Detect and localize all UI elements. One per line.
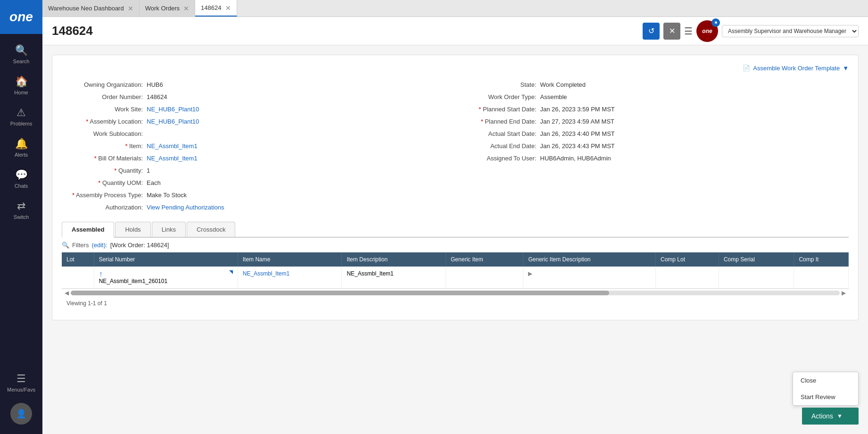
tab-warehouse-label: Warehouse Neo Dashboard bbox=[48, 5, 124, 12]
value-process-type: Make To Stock bbox=[147, 192, 187, 199]
alerts-icon: 🔔 bbox=[15, 138, 28, 150]
value-item[interactable]: NE_Assmbl_Item1 bbox=[147, 142, 198, 150]
tab-148624-close[interactable]: ✕ bbox=[225, 5, 231, 11]
up-arrow-icon: ↑ bbox=[99, 270, 233, 278]
sidebar-label-alerts: Alerts bbox=[15, 152, 28, 158]
tab-148624[interactable]: 148624 ✕ bbox=[195, 0, 237, 17]
tab-workorders-close[interactable]: ✕ bbox=[183, 5, 189, 12]
menu-item-close[interactable]: Close bbox=[793, 372, 858, 389]
label-owning-org: Owning Organization: bbox=[62, 81, 147, 88]
value-state: Work Completed bbox=[540, 81, 586, 88]
value-quantity-uom: Each bbox=[147, 179, 161, 186]
cell-generic-item bbox=[446, 267, 523, 289]
form-row-order-number: Order Number: 148624 bbox=[62, 92, 455, 104]
value-planned-start: Jan 26, 2023 3:59 PM MST bbox=[540, 106, 615, 113]
scrollbar-thumb[interactable] bbox=[71, 291, 609, 295]
sidebar-item-alerts[interactable]: 🔔 Alerts bbox=[0, 132, 42, 163]
col-comp-lot: Comp Lot bbox=[656, 252, 719, 267]
col-lot: Lot bbox=[62, 252, 94, 267]
pagination-info: Viewing 1-1 of 1 bbox=[62, 300, 107, 307]
value-quantity: 1 bbox=[147, 167, 150, 174]
actions-button-label: Actions bbox=[811, 412, 833, 420]
tab-crossdock-label: Crossdock bbox=[197, 226, 225, 233]
label-quantity-uom: Quantity UOM: bbox=[62, 179, 147, 186]
tab-148624-label: 148624 bbox=[201, 4, 221, 11]
form-row-owning-org: Owning Organization: HUB6 bbox=[62, 79, 455, 92]
close-button[interactable]: ✕ bbox=[663, 23, 680, 40]
tab-warehouse-close[interactable]: ✕ bbox=[128, 5, 133, 12]
form-row-item: Item: NE_Assmbl_Item1 bbox=[62, 141, 455, 153]
col-item-description: Item Description bbox=[342, 252, 446, 267]
value-work-order-type: Assemble bbox=[540, 93, 567, 100]
value-authorization[interactable]: View Pending Authorizations bbox=[147, 204, 224, 211]
item-description-value: NE_Assmbl_Item1 bbox=[347, 270, 393, 277]
label-quantity: Quantity: bbox=[62, 167, 147, 174]
star-badge: ★ bbox=[711, 18, 720, 27]
tab-workorders[interactable]: Work Orders ✕ bbox=[140, 0, 195, 17]
logo-text: one bbox=[9, 9, 33, 25]
tab-assembled[interactable]: Assembled bbox=[62, 222, 114, 238]
value-planned-end: Jan 27, 2023 4:59 AM MST bbox=[540, 118, 615, 125]
actions-chevron-icon: ▼ bbox=[837, 413, 843, 419]
tab-holds[interactable]: Holds bbox=[115, 222, 150, 237]
tab-links[interactable]: Links bbox=[152, 222, 186, 237]
filter-edit-link[interactable]: (edit): bbox=[91, 242, 107, 249]
actions-button[interactable]: Actions ▼ bbox=[802, 408, 859, 425]
content-area: 📄 Assemble Work Order Template ▼ Owning … bbox=[42, 45, 868, 434]
sidebar-item-search[interactable]: 🔍 Search bbox=[0, 39, 42, 70]
table-row: ↑ NE_Assmbl_item1_260101 NE_Assmbl_Item1… bbox=[62, 267, 849, 289]
role-selector[interactable]: Assembly Supervisor and Warehouse Manage… bbox=[722, 25, 859, 37]
sidebar-item-chats[interactable]: 💬 Chats bbox=[0, 163, 42, 194]
form-row-quantity-uom: Quantity UOM: Each bbox=[62, 177, 455, 190]
col-item-name: Item Name bbox=[238, 252, 342, 267]
template-icon: 📄 bbox=[743, 65, 750, 72]
tab-bar: Warehouse Neo Dashboard ✕ Work Orders ✕ … bbox=[42, 0, 868, 17]
page-title: 148624 bbox=[52, 24, 643, 38]
label-work-sublocation: Work Sublocation: bbox=[62, 130, 147, 137]
col-generic-item: Generic Item bbox=[446, 252, 523, 267]
sidebar-item-home[interactable]: 🏠 Home bbox=[0, 70, 42, 101]
start-review-label: Start Review bbox=[801, 393, 835, 401]
corner-indicator bbox=[229, 270, 233, 274]
sidebar-item-switch[interactable]: ⇄ Switch bbox=[0, 194, 42, 225]
table-container: Lot Serial Number Item Name Item Descrip… bbox=[62, 252, 849, 289]
menu-button[interactable]: ☰ bbox=[684, 25, 693, 37]
col-comp-it: Comp It bbox=[794, 252, 849, 267]
label-actual-end: Actual End Date: bbox=[455, 142, 540, 150]
label-planned-end: Planned End Date: bbox=[455, 118, 540, 125]
value-work-site[interactable]: NE_HUB6_Plant10 bbox=[147, 106, 199, 113]
app-logo[interactable]: one bbox=[0, 0, 42, 34]
serial-number-value: NE_Assmbl_item1_260101 bbox=[99, 278, 233, 284]
form-row-bill-of-materials: Bill Of Materials: NE_Assmbl_Item1 bbox=[62, 153, 455, 165]
menu-item-start-review[interactable]: Start Review bbox=[793, 389, 858, 405]
scrollbar-track[interactable] bbox=[71, 291, 840, 295]
refresh-button[interactable]: ↺ bbox=[643, 23, 660, 40]
header-actions: ↺ ✕ ☰ one ★ Assembly Supervisor and Ware… bbox=[643, 20, 859, 42]
template-button[interactable]: 📄 Assemble Work Order Template ▼ bbox=[743, 65, 849, 72]
scroll-right-arrow[interactable]: ▶ bbox=[840, 290, 848, 296]
value-bom[interactable]: NE_Assmbl_Item1 bbox=[147, 155, 198, 162]
sidebar-bottom: ☰ Menus/Favs 👤 bbox=[7, 367, 35, 434]
sidebar-label-menus: Menus/Favs bbox=[7, 387, 35, 392]
horizontal-scrollbar[interactable]: ◀ ▶ bbox=[62, 289, 849, 296]
value-assembly-location[interactable]: NE_HUB6_Plant10 bbox=[147, 118, 199, 125]
tab-crossdock[interactable]: Crossdock bbox=[187, 222, 235, 237]
label-order-number: Order Number: bbox=[62, 93, 147, 100]
scroll-left-arrow[interactable]: ◀ bbox=[63, 290, 71, 296]
sidebar-label-home: Home bbox=[14, 90, 28, 95]
template-chevron-icon: ▼ bbox=[843, 65, 849, 72]
form-col-right: State: Work Completed Work Order Type: A… bbox=[455, 79, 849, 214]
sidebar-item-problems[interactable]: ⚠ Problems bbox=[0, 101, 42, 132]
form-grid: Owning Organization: HUB6 Order Number: … bbox=[62, 79, 849, 214]
sidebar-label-switch: Switch bbox=[14, 214, 29, 220]
logo-badge-container: one ★ bbox=[696, 20, 718, 42]
form-row-state: State: Work Completed bbox=[455, 79, 849, 92]
item-name-link[interactable]: NE_Assmbl_Item1 bbox=[243, 270, 289, 277]
tab-warehouse[interactable]: Warehouse Neo Dashboard ✕ bbox=[42, 0, 140, 17]
cell-comp-it bbox=[794, 267, 849, 289]
user-avatar[interactable]: 👤 bbox=[10, 403, 32, 425]
label-item: Item: bbox=[62, 142, 147, 150]
close-menu-label: Close bbox=[801, 377, 816, 384]
sidebar-item-menus[interactable]: ☰ Menus/Favs bbox=[7, 367, 35, 398]
cell-item-name: NE_Assmbl_Item1 bbox=[238, 267, 342, 289]
